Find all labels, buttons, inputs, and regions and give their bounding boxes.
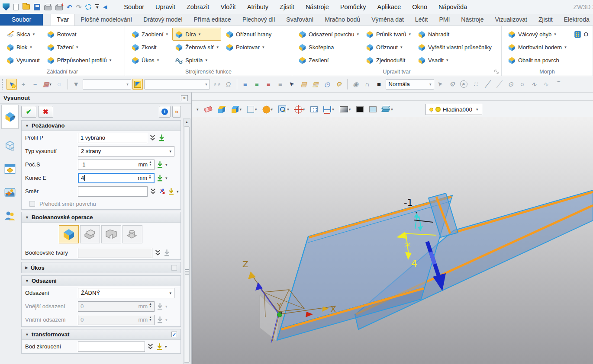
cancel-button[interactable]: [38, 106, 53, 118]
chevron-down-icon[interactable]: [33, 32, 35, 36]
ribbon-prunik-tvaru-button[interactable]: Průnik tvarů: [363, 28, 413, 41]
window-cube-icon[interactable]: [1, 159, 19, 179]
chevron-down-icon[interactable]: [240, 107, 242, 112]
viewport[interactable]: Hladina000: [192, 93, 593, 364]
poc-input[interactable]: -1 mm: [78, 160, 155, 170]
clipped-caret[interactable]: [197, 107, 199, 112]
boolean-intersect-button[interactable]: [122, 225, 142, 243]
chevron-down-icon[interactable]: [166, 32, 168, 36]
tab-soubor[interactable]: Soubor: [0, 14, 43, 26]
wave-button[interactable]: [541, 79, 551, 90]
chevron-down-icon[interactable]: [357, 32, 359, 36]
dots-grip[interactable]: [2, 79, 4, 89]
ribbon-valcovy-ohyb-button[interactable]: Válcový ohyb: [505, 28, 569, 41]
remove-entity-button[interactable]: [30, 79, 40, 90]
splitter-grip[interactable]: [185, 269, 189, 275]
spinner[interactable]: [148, 176, 151, 181]
tab-prima-editace[interactable]: Přímá editace: [188, 14, 237, 26]
section-offset-header[interactable]: Odsazení: [22, 276, 180, 286]
ribbon-obalit-na-povrch-button[interactable]: Obalit na povrch: [505, 54, 569, 67]
pick-arrow-button[interactable]: [287, 79, 297, 90]
ribbon-ukos-button[interactable]: Úkos: [129, 54, 171, 67]
chevron-down-icon[interactable]: [332, 107, 334, 112]
normala-dropdown[interactable]: Normála: [386, 79, 434, 89]
section-boolean-header[interactable]: Booleanovské operace: [22, 212, 180, 223]
circle-dot-button[interactable]: [506, 79, 516, 90]
pick-from-list-icon[interactable]: [156, 161, 164, 168]
curve-button[interactable]: [362, 79, 373, 90]
tab-vizualizovat[interactable]: Vizualizovat: [489, 14, 532, 26]
spline-button[interactable]: [529, 79, 539, 90]
history-list-button[interactable]: [299, 79, 309, 90]
menu-okno[interactable]: Okno: [406, 0, 433, 14]
pick-filter-button[interactable]: [6, 79, 17, 90]
boolean-remove-button[interactable]: [101, 225, 121, 243]
tab-pmi[interactable]: PMI: [433, 14, 455, 26]
ribbon-polotovar-button[interactable]: Polotovar: [223, 41, 274, 54]
circle-button[interactable]: [517, 79, 528, 90]
profil-input[interactable]: 1 vybráno: [78, 133, 147, 143]
chevron-down-icon[interactable]: [287, 107, 289, 112]
lasso-button[interactable]: [54, 79, 64, 90]
tab-vymena-dat[interactable]: Výměna dat: [366, 14, 409, 26]
ribbon-odsazeni-povrchu-button[interactable]: Odsazení povrchu: [296, 28, 361, 41]
collapse-toolbar-icon[interactable]: ◀: [103, 4, 107, 10]
chevron-down-icon[interactable]: [400, 45, 403, 49]
new-file-icon[interactable]: [13, 4, 19, 10]
gear-pick-button[interactable]: [447, 79, 458, 90]
flip-panel-button[interactable]: [172, 106, 181, 118]
info-button[interactable]: [159, 106, 171, 118]
print-add-icon[interactable]: [55, 5, 63, 10]
ribbon-zesileni-button[interactable]: Zesílení: [296, 54, 361, 67]
pick-from-list-icon[interactable]: [163, 249, 171, 256]
section-transform-header[interactable]: transformovat: [22, 329, 180, 340]
close-icon[interactable]: [181, 95, 188, 101]
filter-button[interactable]: [71, 79, 81, 90]
compass-button[interactable]: [351, 79, 361, 90]
width-icon[interactable]: [323, 106, 334, 112]
chevron-down-icon[interactable]: [110, 58, 112, 62]
ribbon-zaobleni-button[interactable]: Zaoblení: [129, 28, 171, 41]
ok-button[interactable]: [21, 106, 36, 118]
chevron-down-icon[interactable]: [76, 45, 78, 49]
sketch-block-icon[interactable]: [1, 136, 19, 156]
chevron-down-icon[interactable]: [446, 58, 448, 62]
dim-bounds-button[interactable]: [211, 79, 222, 90]
chevron-down-icon[interactable]: [409, 32, 411, 36]
transform-checkbox[interactable]: [171, 332, 177, 337]
line-button[interactable]: [482, 79, 493, 90]
ribbon-rotovat-button[interactable]: Rotovat: [44, 28, 114, 41]
expand-chevron-icon[interactable]: [149, 188, 157, 195]
dropdown-caret-icon[interactable]: [177, 189, 179, 194]
tab-mracno-bodu[interactable]: Mračno bodů: [319, 14, 366, 26]
expand-chevron-icon[interactable]: [147, 343, 154, 350]
scrollbar-thumb[interactable]: [184, 126, 190, 363]
menu-atributy[interactable]: Atributy: [242, 0, 274, 14]
menu-vlozit[interactable]: Vložit: [215, 0, 241, 14]
entity-filter-dropdown[interactable]: [83, 79, 131, 89]
viewport-canvas[interactable]: [192, 117, 593, 364]
tab-lecit[interactable]: Léčit: [409, 14, 434, 26]
expand-chevron-icon[interactable]: [154, 249, 161, 256]
expand-chevron-icon[interactable]: [149, 134, 156, 141]
plane-dropdown[interactable]: [144, 79, 210, 89]
ribbon-dira-button[interactable]: Díra: [172, 28, 221, 41]
tab-plosne-modelovani[interactable]: Plošné modelování: [75, 14, 138, 26]
menu-upravit[interactable]: Upravit: [150, 0, 181, 14]
ribbon-zjednodusit-button[interactable]: Zjednodušit: [363, 54, 413, 67]
zoom-window-icon[interactable]: [278, 105, 289, 113]
layer-dropdown[interactable]: Hladina000: [425, 104, 482, 115]
ribbon-tazeni-button[interactable]: Tažení: [44, 41, 114, 54]
dim-limit-button[interactable]: [223, 79, 234, 90]
open-file-icon[interactable]: [23, 4, 30, 10]
reorder-red-button[interactable]: [264, 79, 274, 90]
ribbon-zebrova-sit-button[interactable]: Žebrová síť: [172, 41, 221, 54]
cursor-button[interactable]: [435, 79, 446, 90]
ribbon-vsadit-button[interactable]: Vsadit: [415, 54, 494, 67]
line-point-button[interactable]: [494, 79, 504, 90]
prehodit-checkbox[interactable]: [29, 201, 35, 207]
pick-list-button[interactable]: [42, 79, 53, 90]
boolean-add-button[interactable]: [80, 225, 100, 243]
tab-dratovy-model[interactable]: Drátový model: [138, 14, 188, 26]
panel-scrollbar[interactable]: [183, 118, 190, 364]
